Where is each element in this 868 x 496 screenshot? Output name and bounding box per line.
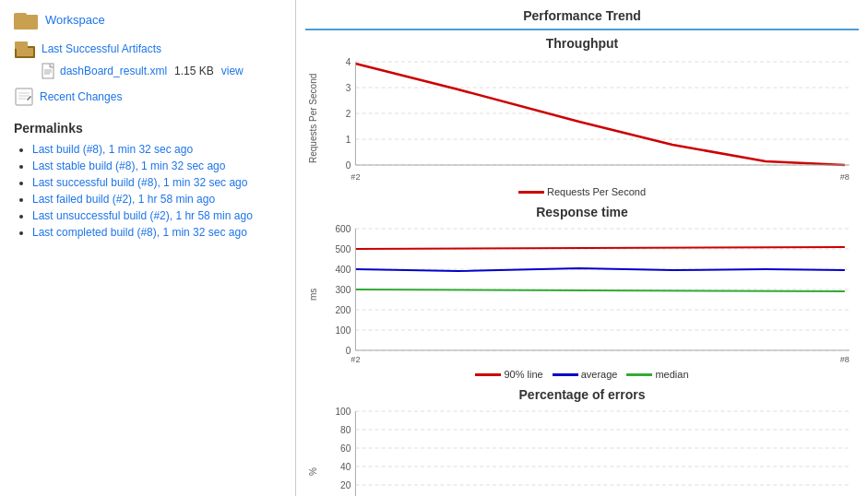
response-time-chart-area: ms 600 500 400	[305, 221, 859, 367]
list-item: Last stable build (#8), 1 min 32 sec ago	[32, 159, 281, 172]
workspace-link[interactable]: Workspace	[45, 13, 105, 27]
artifacts-header: Last Successful Artifacts	[14, 39, 281, 59]
legend-line-avg-blue	[553, 373, 578, 376]
throughput-y-label: Requests Per Second	[305, 53, 318, 184]
permalinks-heading: Permalinks	[14, 121, 281, 136]
artifacts-link[interactable]: Last Successful Artifacts	[42, 42, 161, 55]
artifacts-icon	[14, 39, 36, 59]
svg-text:#8: #8	[840, 172, 850, 182]
workspace-section: Workspace	[14, 9, 281, 30]
errors-title: Percentage of errors	[305, 387, 859, 402]
legend-line-median-green	[626, 373, 652, 376]
svg-text:60: 60	[340, 443, 351, 454]
svg-text:80: 80	[340, 425, 351, 435]
permalink-link-2[interactable]: Last stable build (#8), 1 min 32 sec ago	[32, 159, 225, 172]
errors-y-label: %	[305, 404, 318, 496]
throughput-legend: Requests Per Second	[305, 186, 859, 197]
edit-icon	[14, 87, 34, 107]
permalink-link-6[interactable]: Last completed build (#8), 1 min 32 sec …	[32, 226, 247, 239]
legend-label-rps: Requests Per Second	[547, 186, 646, 197]
legend-item-90: 90% line	[475, 369, 542, 380]
svg-text:3: 3	[346, 83, 351, 93]
errors-chart: Percentage of errors %	[305, 387, 859, 496]
permalink-link-5[interactable]: Last unsuccessful build (#2), 1 hr 58 mi…	[32, 209, 253, 222]
list-item: Last successful build (#8), 1 min 32 sec…	[32, 176, 281, 189]
artifacts-section: Last Successful Artifacts dashBoard_resu…	[14, 39, 281, 79]
permalinks-section: Permalinks Last build (#8), 1 min 32 sec…	[14, 121, 281, 239]
list-item: Last completed build (#8), 1 min 32 sec …	[32, 226, 281, 239]
legend-label-avg: average	[581, 369, 618, 380]
legend-label-90: 90% line	[504, 369, 542, 380]
svg-text:#2: #2	[351, 172, 360, 182]
right-panel: Performance Trend Throughput Requests Pe…	[295, 0, 868, 496]
errors-chart-wrapper: 100 80 60 40 20 0 #2 #8	[318, 404, 859, 496]
svg-text:1: 1	[346, 135, 351, 145]
performance-trend-title: Performance Trend	[305, 5, 859, 30]
throughput-chart-wrapper: 4 3 2 1 0 #2 #8	[318, 53, 859, 184]
artifact-file-row: dashBoard_result.xml 1.15 KB view	[14, 63, 281, 79]
svg-text:300: 300	[336, 285, 351, 295]
recent-changes-section: Recent Changes	[14, 87, 281, 107]
response-time-chart: Response time ms	[305, 205, 859, 380]
throughput-chart-area: Requests Per Second 4 3 2 1	[305, 53, 859, 184]
svg-text:500: 500	[336, 244, 351, 254]
throughput-title: Throughput	[305, 36, 859, 51]
permalink-link-3[interactable]: Last successful build (#8), 1 min 32 sec…	[32, 176, 247, 189]
svg-rect-2	[17, 48, 33, 56]
file-size: 1.15 KB	[174, 65, 214, 77]
throughput-chart: Throughput Requests Per Second 4	[305, 36, 859, 197]
legend-label-median: median	[655, 369, 688, 380]
folder-icon	[14, 9, 40, 30]
response-time-legend: 90% line average median	[305, 369, 859, 380]
response-time-title: Response time	[305, 205, 859, 219]
svg-text:#2: #2	[351, 355, 360, 364]
legend-item-rps: Requests Per Second	[518, 186, 646, 197]
svg-text:2: 2	[346, 109, 351, 119]
legend-line-red	[518, 191, 544, 194]
left-panel: Workspace Last Successful Artifacts	[0, 0, 295, 496]
svg-text:40: 40	[340, 462, 351, 472]
xml-file-icon	[42, 63, 56, 79]
list-item: Last unsuccessful build (#2), 1 hr 58 mi…	[32, 209, 281, 222]
permalinks-list: Last build (#8), 1 min 32 sec ago Last s…	[14, 143, 281, 239]
svg-text:100: 100	[336, 407, 351, 417]
response-time-chart-wrapper: 600 500 400 300 200 100 0 #2 #8	[318, 221, 859, 367]
list-item: Last failed build (#2), 1 hr 58 min ago	[32, 193, 281, 206]
svg-text:100: 100	[336, 325, 351, 336]
response-time-y-label: ms	[305, 221, 318, 367]
legend-item-median: median	[626, 369, 688, 380]
svg-rect-1	[15, 41, 28, 49]
svg-text:400: 400	[336, 265, 351, 275]
legend-item-avg: average	[553, 369, 618, 380]
svg-text:0: 0	[346, 160, 351, 171]
svg-text:#8: #8	[840, 355, 850, 364]
errors-chart-area: % 100 80 60	[305, 404, 859, 496]
legend-line-90-red	[475, 373, 501, 376]
recent-changes-link[interactable]: Recent Changes	[40, 90, 122, 103]
artifact-view-link[interactable]: view	[221, 65, 244, 77]
permalink-link-1[interactable]: Last build (#8), 1 min 32 sec ago	[32, 143, 193, 156]
permalink-link-4[interactable]: Last failed build (#2), 1 hr 58 min ago	[32, 193, 215, 206]
artifact-filename-link[interactable]: dashBoard_result.xml	[60, 65, 167, 77]
list-item: Last build (#8), 1 min 32 sec ago	[32, 143, 281, 156]
svg-text:20: 20	[340, 480, 351, 490]
svg-text:600: 600	[336, 224, 351, 234]
svg-text:4: 4	[346, 57, 351, 67]
svg-text:200: 200	[336, 305, 351, 315]
